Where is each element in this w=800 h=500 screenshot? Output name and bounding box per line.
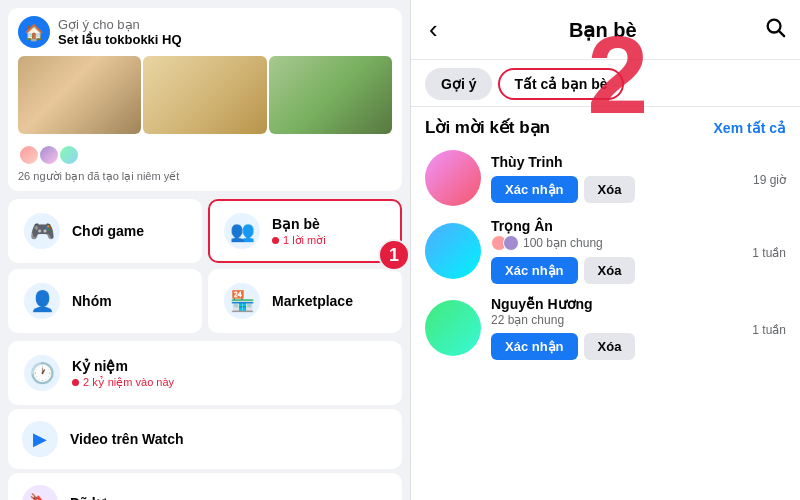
friend-mutual-trong-an: 100 bạn chung xyxy=(491,235,742,251)
feed-image-1 xyxy=(18,56,141,134)
right-header: ‹ Bạn bè xyxy=(411,0,800,60)
friend-mutual-nguyen-huong: 22 bạn chung xyxy=(491,313,742,327)
friend-item-thuy-trinh: Thùy Trinh Xác nhận Xóa 19 giờ xyxy=(411,144,800,212)
friend-name-nguyen-huong: Nguyễn Hương xyxy=(491,296,742,312)
friend-info-trong-an: Trọng Ân 100 bạn chung Xác nhận Xóa xyxy=(491,218,742,284)
tab-bar: Gợi ý Tất cả bạn bè xyxy=(411,60,800,107)
avatar-1 xyxy=(18,144,40,166)
feed-desc: 26 người bạn đã tạo lại niêm yết xyxy=(8,170,402,191)
menu-item-marketplace[interactable]: 🏪 Marketplace xyxy=(208,269,402,333)
video-icon: ▶ xyxy=(22,421,58,457)
marketplace-icon: 🏪 xyxy=(224,283,260,319)
right-panel: ‹ Bạn bè Gợi ý Tất cả bạn bè 2 Lời mời k… xyxy=(411,0,800,500)
tab-tat-ca[interactable]: Tất cả bạn bè xyxy=(498,68,623,100)
confirm-button-nguyen-huong[interactable]: Xác nhận xyxy=(491,333,578,360)
friend-list: Thùy Trinh Xác nhận Xóa 19 giờ Trọng Ân xyxy=(411,144,800,500)
menu-item-memories[interactable]: 🕐 Kỷ niệm 2 kỷ niệm vào này xyxy=(8,341,402,405)
friend-time-nguyen-huong: 1 tuần xyxy=(752,323,786,337)
saved-label: Đã lưu xyxy=(70,495,113,500)
avatar-3 xyxy=(58,144,80,166)
friend-avatar-thuy-trinh xyxy=(425,150,481,206)
memories-dot xyxy=(72,379,79,386)
friends-dot xyxy=(272,237,279,244)
friend-item-nguyen-huong: Nguyễn Hương 22 bạn chung Xác nhận Xóa 1… xyxy=(411,290,800,366)
friends-icon: 👥 xyxy=(224,213,260,249)
friend-name-thuy-trinh: Thùy Trinh xyxy=(491,154,743,170)
mutual-avatar-2 xyxy=(503,235,519,251)
tab-goi-y[interactable]: Gợi ý xyxy=(425,68,492,100)
back-button[interactable]: ‹ xyxy=(425,10,442,49)
friends-label: Bạn bè xyxy=(272,216,326,232)
game-label: Chơi game xyxy=(72,223,144,239)
video-label: Video trên Watch xyxy=(70,431,184,447)
marketplace-label: Marketplace xyxy=(272,293,353,309)
page-title: Bạn bè xyxy=(450,18,756,42)
feed-image-3 xyxy=(269,56,392,134)
memories-sub: 2 kỷ niệm vào này xyxy=(72,376,174,389)
menu-item-game[interactable]: 🎮 Chơi game xyxy=(8,199,202,263)
search-button[interactable] xyxy=(764,16,786,43)
badge-number-1: 1 xyxy=(378,239,410,271)
see-all-button[interactable]: Xem tất cả xyxy=(714,120,786,136)
delete-button-nguyen-huong[interactable]: Xóa xyxy=(584,333,636,360)
friend-right-thuy-trinh: 19 giờ xyxy=(753,169,786,187)
left-bottom-items: 🕐 Kỷ niệm 2 kỷ niệm vào này ▶ Video trên… xyxy=(0,341,410,500)
menu-item-video[interactable]: ▶ Video trên Watch xyxy=(8,409,402,469)
menu-grid: 🎮 Chơi game 👥 Bạn bè 1 lời mời 1 👤 Nhóm xyxy=(0,195,410,341)
delete-button-thuy-trinh[interactable]: Xóa xyxy=(584,176,636,203)
groups-icon: 👤 xyxy=(24,283,60,319)
confirm-button-trong-an[interactable]: Xác nhận xyxy=(491,257,578,284)
tab-section: Gợi ý Tất cả bạn bè 2 xyxy=(411,60,800,107)
feed-image-2 xyxy=(143,56,266,134)
memories-icon: 🕐 xyxy=(24,355,60,391)
friend-info-nguyen-huong: Nguyễn Hương 22 bạn chung Xác nhận Xóa xyxy=(491,296,742,360)
groups-label: Nhóm xyxy=(72,293,112,309)
svg-line-1 xyxy=(779,31,784,36)
feed-suggestion-label: Gợi ý cho bạn Set lầu tokbokki HQ xyxy=(58,17,182,47)
friend-right-nguyen-huong: 1 tuần xyxy=(752,319,786,337)
feed-card: 🏠 Gợi ý cho bạn Set lầu tokbokki HQ 26 n… xyxy=(8,8,402,191)
game-icon: 🎮 xyxy=(24,213,60,249)
menu-item-friends[interactable]: 👥 Bạn bè 1 lời mời 1 xyxy=(208,199,402,263)
left-panel: 🏠 Gợi ý cho bạn Set lầu tokbokki HQ 26 n… xyxy=(0,0,410,500)
feed-title: Set lầu tokbokki HQ xyxy=(58,32,182,47)
friend-avatar-nguyen-huong xyxy=(425,300,481,356)
confirm-button-thuy-trinh[interactable]: Xác nhận xyxy=(491,176,578,203)
section-header: Lời mời kết bạn Xem tất cả xyxy=(411,107,800,144)
memories-label: Kỷ niệm xyxy=(72,358,174,374)
friend-time-thuy-trinh: 19 giờ xyxy=(753,173,786,187)
friend-avatar-trong-an xyxy=(425,223,481,279)
menu-item-saved[interactable]: 🔖 Đã lưu xyxy=(8,473,402,500)
saved-icon: 🔖 xyxy=(22,485,58,500)
menu-item-groups[interactable]: 👤 Nhóm xyxy=(8,269,202,333)
friend-time-trong-an: 1 tuần xyxy=(752,246,786,260)
avatar-2 xyxy=(38,144,60,166)
friend-right-trong-an: 1 tuần xyxy=(752,242,786,260)
friend-info-thuy-trinh: Thùy Trinh Xác nhận Xóa xyxy=(491,154,743,203)
home-icon: 🏠 xyxy=(18,16,50,48)
friend-item-trong-an: Trọng Ân 100 bạn chung Xác nhận Xóa 1 tu… xyxy=(411,212,800,290)
friend-name-trong-an: Trọng Ân xyxy=(491,218,742,234)
section-title: Lời mời kết bạn xyxy=(425,117,550,138)
delete-button-trong-an[interactable]: Xóa xyxy=(584,257,636,284)
friends-sub: 1 lời mời xyxy=(272,234,326,247)
